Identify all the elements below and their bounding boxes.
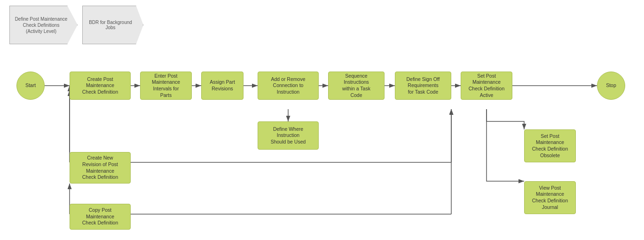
define-where-node[interactable]: Define Where Instruction Should be Used [258, 121, 319, 150]
stop-node[interactable]: Stop [597, 72, 625, 100]
start-node[interactable]: Start [16, 72, 45, 100]
diagram-container: Define Post Maintenance Check Definition… [0, 0, 644, 240]
header-shape-1: Define Post Maintenance Check Definition… [9, 6, 78, 44]
header-shape-2-label: BDR for Background Jobs [87, 20, 134, 30]
enter-maint-node[interactable]: Enter Post Maintenance Intervals for Par… [140, 72, 192, 100]
set-active-node[interactable]: Set Post Maintenance Check Definition Ac… [461, 72, 512, 100]
define-sign-node[interactable]: Define Sign Off Requirements for Task Co… [395, 72, 451, 100]
create-post-node[interactable]: Create Post Maintenance Check Definition [70, 72, 131, 100]
header-shape-2: BDR for Background Jobs [82, 6, 143, 44]
header-shape-1-label: Define Post Maintenance Check Definition… [15, 16, 68, 34]
set-obsolete-node[interactable]: Set Post Maintenance Check Definition Ob… [524, 129, 576, 162]
add-remove-node[interactable]: Add or Remove Connection to Instruction [258, 72, 319, 100]
create-revision-node[interactable]: Create New Revision of Post Maintenance … [70, 152, 131, 184]
copy-post-node[interactable]: Copy Post Maintenance Check Definition [70, 204, 131, 230]
assign-part-node[interactable]: Assign Part Revisions [201, 72, 243, 100]
view-journal-node[interactable]: View Post Maintenance Check Definition J… [524, 181, 576, 214]
sequence-node[interactable]: Sequence Instructions within a Task Code [328, 72, 385, 100]
